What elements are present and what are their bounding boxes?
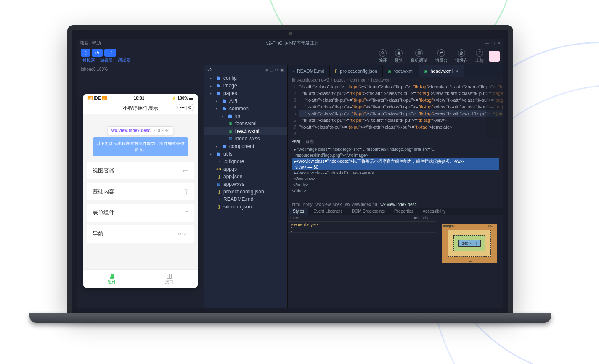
capsule-button[interactable]: ••• | ⊙ — [177, 104, 194, 111]
elements-tree[interactable]: ▸<wx-image class="index-logo" src="../re… — [288, 146, 503, 201]
tree-row[interactable]: ▸🖿API — [204, 97, 287, 105]
minimize-icon[interactable]: — — [485, 41, 489, 45]
tree-row[interactable]: ▧index.wxss — [204, 135, 287, 142]
devtools-tab-log[interactable]: 日志 — [305, 139, 314, 145]
new-file-icon[interactable]: ⊕ — [265, 68, 268, 72]
tree-row[interactable]: ▣foot.wxml — [204, 120, 287, 127]
menubar: 项目 帮助 v2-FinClip小程序开发工具 — ◻ ✕ — [77, 39, 503, 47]
debugger-toggle[interactable]: ⫶⫶ — [104, 49, 116, 57]
debugger-label: 调试器 — [116, 58, 132, 63]
box-model: margin 10 border – padding – — [436, 215, 503, 272]
tree-row[interactable]: ▣head.wxml — [204, 127, 287, 135]
tree-row[interactable]: ▸🖿utils — [204, 150, 287, 158]
remote-debug-button[interactable]: ▤真机调试 — [411, 49, 427, 63]
new-folder-icon[interactable]: ▢ — [270, 68, 273, 72]
styles-subtab[interactable]: Properties — [390, 208, 418, 215]
elements-breadcrumb[interactable]: htmlbodywx-view.indexwx-view.index-hdwx-… — [288, 201, 503, 208]
ide-window: 项目 帮助 v2-FinClip小程序开发工具 — ◻ ✕ ▯ ‹/› ⫶⫶ — [77, 39, 503, 308]
close-tab-icon[interactable]: ✕ — [455, 69, 459, 74]
tab-overflow-icon[interactable]: ⋯ — [464, 65, 475, 77]
preview-button[interactable]: ◉预览 — [395, 49, 403, 63]
minimap[interactable] — [486, 83, 503, 138]
tree-row[interactable]: JSapp.js — [204, 165, 287, 173]
menu-project[interactable]: 项目 — [80, 40, 89, 46]
tree-row[interactable]: ▾🖿common — [204, 105, 287, 112]
explorer-panel: v2 ⊕ ▢ ⟳ ▣ ▸🖿config▸🖿image▾🖿pages▸🖿API▾🖿… — [204, 65, 288, 308]
tree-row[interactable]: ▫README.md — [204, 195, 287, 203]
window-title: v2-FinClip小程序开发工具 — [101, 40, 485, 46]
hov-toggle[interactable]: :hov — [411, 216, 419, 220]
editor-tab[interactable]: ▫README.md — [288, 65, 330, 77]
tree-row[interactable]: ▸🖿config — [204, 74, 287, 82]
list-item[interactable]: 基础内容𝕋 — [87, 183, 194, 200]
tree-row[interactable]: ▸🖿image — [204, 82, 287, 90]
laptop-mockup: 项目 帮助 v2-FinClip小程序开发工具 — ◻ ✕ ▯ ‹/› ⫶⫶ — [67, 25, 513, 323]
simulator-panel: iphone6 100% 📶 IDE 📶 10:01 ⚡ 100% ▬ 小程序组… — [77, 65, 204, 308]
tab-api[interactable]: ◫接口 — [140, 270, 198, 288]
devtools-panel: 视图 日志 ▸<wx-image class="index-logo" src=… — [288, 137, 503, 272]
styles-filter-input[interactable] — [290, 216, 409, 220]
device-info: iphone6 100% — [77, 65, 204, 73]
styles-subtab[interactable]: DOM Breakpoints — [347, 208, 389, 215]
menu-help[interactable]: 帮助 — [92, 40, 101, 46]
editor-tab[interactable]: {}project.config.json — [330, 65, 383, 77]
inspect-tooltip: wx-view.index-desc 240 × 44 — [108, 126, 173, 135]
explorer-root[interactable]: v2 — [207, 67, 213, 73]
styles-tabs: StylesEvent ListenersDOM BreakpointsProp… — [288, 208, 503, 215]
file-tree[interactable]: ▸🖿config▸🖿image▾🖿pages▸🖿API▾🖿common▸🖿lib… — [204, 74, 287, 308]
editor-tabs: ▫README.md{}project.config.json▣foot.wxm… — [288, 65, 503, 77]
devtools-tab-view[interactable]: 视图 — [292, 139, 300, 145]
maximize-icon[interactable]: ◻ — [491, 41, 495, 45]
tree-row[interactable]: ▸🖿lib — [204, 112, 287, 120]
list-item[interactable]: 视图容器▭ — [87, 162, 194, 179]
styles-subtab[interactable]: Event Listeners — [309, 208, 347, 215]
page-title: 小程序组件展示 ••• | ⊙ — [83, 102, 198, 114]
editor-tab[interactable]: ▣foot.wxml — [383, 65, 419, 77]
collapse-icon[interactable]: ▣ — [280, 68, 284, 72]
tree-row[interactable]: {}sitemap.json — [204, 203, 287, 211]
add-rule-icon[interactable]: + — [431, 216, 433, 220]
editor-panel: ▫README.md{}project.config.json▣foot.wxm… — [288, 65, 503, 308]
phone-tabbar: ▦组件 ◫接口 — [83, 269, 198, 288]
tree-row[interactable]: {}app.json — [204, 173, 287, 180]
phone-statusbar: 📶 IDE 📶 10:01 ⚡ 100% ▬ — [83, 94, 198, 102]
tree-row[interactable]: ▸🖿component — [204, 142, 287, 150]
tree-row[interactable]: ▾🖿pages — [204, 90, 287, 97]
cls-toggle[interactable]: .cls — [422, 216, 428, 220]
styles-subtab[interactable]: Accessibility — [419, 208, 450, 215]
close-icon[interactable]: ✕ — [497, 41, 501, 45]
refresh-icon[interactable]: ⟳ — [275, 68, 278, 72]
editor-tab[interactable]: ▣head.wxml✕ — [419, 65, 464, 77]
code-editor[interactable]: 12345678 "tk-attr">class"tk-pu">="tk-pu"… — [288, 83, 503, 137]
list-item[interactable]: 表单组件≡ — [87, 204, 194, 222]
upload-button[interactable]: ⤴上传 — [475, 49, 484, 63]
editor-label: 编辑器 — [98, 58, 114, 63]
simulator-label: 模拟器 — [81, 58, 97, 63]
editor-toggle[interactable]: ‹/› — [92, 49, 103, 57]
tree-row[interactable]: ▧app.wxss — [204, 180, 287, 188]
styles-pane[interactable]: :hov .cls + element.style {}</span><div … — [288, 215, 436, 272]
tree-row[interactable]: ▫.gitignore — [204, 158, 287, 165]
clear-cache-button[interactable]: 🗑清缓存 — [455, 49, 468, 63]
index-desc[interactable]: 以下将展示小程序官方组件能力，组件样式仅供参考。 — [93, 137, 188, 156]
toolbar: ▯ ‹/› ⫶⫶ 模拟器 编辑器 调试器 ⟳编译 ◉预览 ▤真机调试 ⇄切后台 … — [77, 47, 503, 65]
simulator-toggle[interactable]: ▯ — [81, 49, 90, 57]
avatar[interactable] — [489, 51, 500, 62]
tree-row[interactable]: {}project.config.json — [204, 188, 287, 195]
phone-preview[interactable]: 📶 IDE 📶 10:01 ⚡ 100% ▬ 小程序组件展示 ••• | ⊙ w… — [83, 94, 198, 288]
compile-button[interactable]: ⟳编译 — [379, 49, 387, 63]
tab-component[interactable]: ▦组件 — [83, 270, 140, 288]
background-button[interactable]: ⇄切后台 — [435, 49, 448, 63]
list-item[interactable]: 导航○○○ — [87, 225, 194, 243]
styles-subtab[interactable]: Styles — [289, 208, 308, 215]
breadcrumb[interactable]: fino-applet-demo-v2›pages›common›head.wx… — [288, 77, 503, 83]
